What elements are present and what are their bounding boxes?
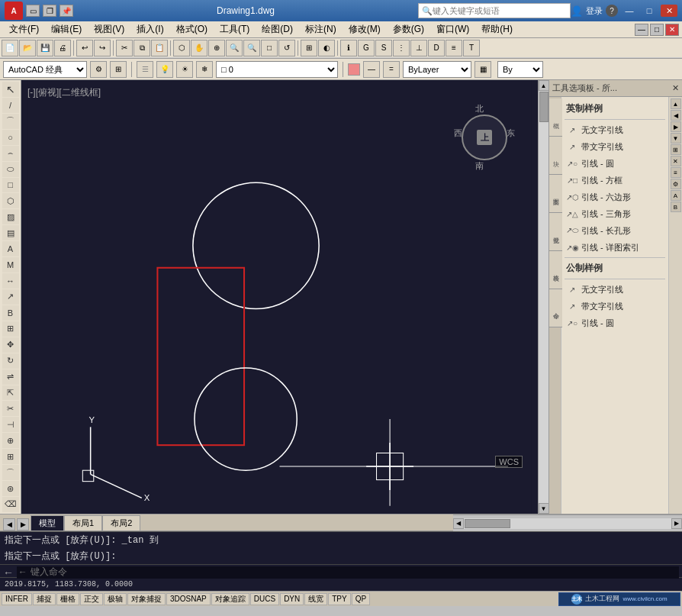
rp-item-leader-slot[interactable]: ↗⬭ 引线 - 长孔形: [565, 222, 665, 239]
layer-select[interactable]: □ 0: [216, 61, 338, 78]
lineweight-select[interactable]: By: [497, 61, 543, 78]
rp-tab-patterns[interactable]: 图案: [549, 175, 562, 213]
tb-paste[interactable]: 📋: [151, 40, 168, 56]
color-select[interactable]: ByLayer: [403, 61, 471, 78]
menu-dim[interactable]: 标注(N): [299, 21, 343, 38]
lt-mirror[interactable]: ⇌: [2, 369, 19, 385]
workspace-lock[interactable]: ⊞: [110, 61, 127, 78]
tb-grid[interactable]: ⋮: [393, 40, 410, 56]
lt-block[interactable]: B: [2, 305, 19, 321]
menu-param[interactable]: 参数(G): [387, 21, 430, 38]
rp-item-leader-hex[interactable]: ↗⬡ 引线 - 六边形: [565, 189, 665, 205]
rts-btn-2[interactable]: ◀: [671, 110, 681, 121]
tb-save[interactable]: 💾: [37, 40, 53, 56]
status-qp[interactable]: QP: [352, 593, 370, 605]
lt-offset[interactable]: ⊕: [2, 433, 19, 448]
tb-match[interactable]: ⬡: [173, 40, 190, 56]
tb-pan[interactable]: ✋: [191, 40, 207, 56]
lt-trim[interactable]: ✂: [2, 401, 19, 416]
tb-prop[interactable]: ℹ: [340, 40, 357, 56]
canvas-scrollbar-vertical[interactable]: ▲ ▼: [538, 80, 548, 514]
status-tpy[interactable]: TPY: [328, 593, 350, 605]
rts-btn-9[interactable]: A: [671, 190, 681, 201]
tb-orbit[interactable]: ↺: [278, 40, 295, 56]
search-input[interactable]: [433, 6, 539, 15]
mdi-restore[interactable]: □: [650, 24, 664, 36]
tb-cut[interactable]: ✂: [116, 40, 133, 56]
rp-item-metric-no-text[interactable]: ↗ 无文字引线: [565, 281, 665, 298]
lt-leader[interactable]: ↗: [2, 289, 19, 305]
rts-btn-7[interactable]: ≡: [671, 167, 681, 178]
canvas-area[interactable]: [-][俯视][二维线框]: [21, 80, 538, 514]
min-button[interactable]: ▭: [26, 5, 40, 17]
lt-rect[interactable]: □: [2, 178, 19, 193]
rp-tab-table[interactable]: 表格: [549, 251, 562, 289]
tb-zoom-ext[interactable]: ⊕: [208, 40, 225, 56]
tab-model[interactable]: 模型: [31, 515, 64, 531]
lt-explode[interactable]: ⊛: [2, 481, 19, 496]
tb-undo[interactable]: ↩: [76, 40, 93, 56]
lt-scale[interactable]: ⇱: [2, 385, 19, 401]
rp-tab-blocks[interactable]: 块: [549, 137, 562, 175]
rts-btn-8[interactable]: ⚙: [671, 179, 681, 189]
lt-array[interactable]: ⊞: [2, 449, 19, 464]
tb-snap[interactable]: S: [375, 40, 392, 56]
tb-copy[interactable]: ⧉: [134, 40, 150, 56]
lt-circle[interactable]: ○: [2, 130, 19, 145]
rts-btn-3[interactable]: ▶: [671, 121, 681, 132]
scroll-down-btn[interactable]: ▼: [539, 503, 549, 514]
rts-btn-6[interactable]: ✕: [671, 156, 681, 166]
pin-button[interactable]: 📌: [60, 5, 73, 17]
tb-zoom-in[interactable]: 🔍: [226, 40, 243, 56]
tb-print[interactable]: 🖨: [54, 40, 71, 56]
lt-arc[interactable]: ⌢: [2, 146, 19, 161]
hscroll-right[interactable]: ▶: [671, 518, 682, 529]
hscroll-thumb[interactable]: [465, 519, 510, 528]
tb-redo[interactable]: ↪: [94, 40, 111, 56]
login-button[interactable]: 登录: [586, 5, 603, 17]
lt-hatch[interactable]: ▨: [2, 209, 19, 224]
lt-erase[interactable]: ⌫: [2, 497, 19, 512]
menu-modify[interactable]: 修改(M): [343, 21, 387, 38]
lt-mtext[interactable]: M: [2, 257, 19, 273]
rp-item-metric-text[interactable]: ↗ 带文字引线: [565, 298, 665, 314]
lt-dim[interactable]: ↔: [2, 273, 19, 289]
mdi-close[interactable]: ✕: [665, 24, 679, 36]
command-input[interactable]: [17, 566, 679, 579]
rts-btn-10[interactable]: B: [671, 202, 681, 212]
lt-extend[interactable]: ⊣: [2, 417, 19, 432]
status-ducs[interactable]: DUCS: [250, 593, 279, 605]
mdi-min[interactable]: —: [635, 24, 648, 36]
tb-tpy[interactable]: T: [463, 40, 480, 56]
status-polar[interactable]: 极轴: [104, 593, 127, 605]
window-close[interactable]: ✕: [661, 5, 677, 17]
lt-insert[interactable]: ⊞: [2, 321, 19, 337]
menu-file[interactable]: 文件(F): [3, 21, 45, 38]
tab-layout2[interactable]: 布局2: [102, 515, 140, 531]
menu-format[interactable]: 格式(O): [170, 21, 214, 38]
tab-layout1[interactable]: 布局1: [64, 515, 102, 531]
lt-polygon[interactable]: ⬡: [2, 193, 19, 208]
tb-layer[interactable]: ⊞: [301, 40, 317, 56]
lt-polyline[interactable]: ⌒: [2, 114, 19, 129]
lt-line[interactable]: /: [2, 98, 19, 113]
status-dyn[interactable]: DYN: [280, 593, 304, 605]
lt-rotate[interactable]: ↻: [2, 353, 19, 369]
scroll-track-v[interactable]: [539, 91, 549, 503]
rp-item-metric-circle[interactable]: ↗○ 引线 - 圆: [565, 314, 665, 331]
rp-item-leader-circle[interactable]: ↗○ 引线 - 圆: [565, 155, 665, 172]
menu-draw[interactable]: 绘图(D): [256, 21, 299, 38]
menu-tools[interactable]: 工具(T): [214, 21, 256, 38]
tb-dyn[interactable]: D: [428, 40, 445, 56]
tb-open[interactable]: 📂: [19, 40, 36, 56]
rp-tab-concepts[interactable]: 概: [549, 98, 562, 137]
rp-item-no-text-leader[interactable]: ↗ 无文字引线: [565, 121, 665, 138]
layer-freeze[interactable]: ❄: [196, 61, 213, 78]
lt-move[interactable]: ✥: [2, 337, 19, 353]
lt-select[interactable]: ↖: [2, 82, 19, 97]
scroll-thumb-v[interactable]: [539, 92, 548, 122]
tb-zoom-win[interactable]: □: [261, 40, 278, 56]
lt-gradient[interactable]: ▤: [2, 225, 19, 240]
tb-zoom-out[interactable]: 🔍: [243, 40, 260, 56]
workspace-select[interactable]: AutoCAD 经典: [3, 61, 87, 78]
